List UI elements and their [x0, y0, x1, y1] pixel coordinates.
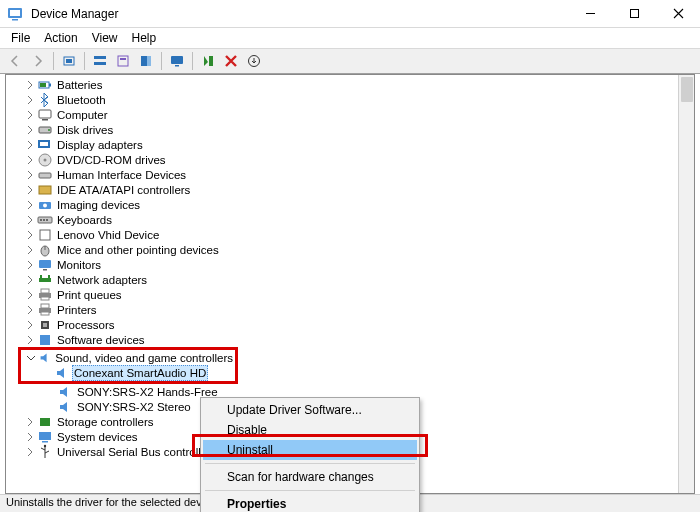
forward-button[interactable] — [27, 50, 49, 72]
menu-file[interactable]: File — [4, 30, 37, 46]
chevron-right-icon[interactable] — [24, 244, 36, 256]
chevron-right-icon[interactable] — [24, 334, 36, 346]
svg-rect-1 — [10, 10, 20, 16]
chevron-down-icon[interactable] — [26, 352, 36, 364]
ctx-properties[interactable]: Properties — [203, 494, 417, 512]
chevron-right-icon[interactable] — [24, 169, 36, 181]
properties-button[interactable] — [112, 50, 134, 72]
tree-item-lenovo-vhid[interactable]: Lenovo Vhid Device — [8, 227, 694, 242]
monitor-button[interactable] — [166, 50, 188, 72]
tree-item-network[interactable]: Network adapters — [8, 272, 694, 287]
tree-item-software-devices[interactable]: Software devices — [8, 332, 694, 347]
storage-icon — [37, 414, 53, 430]
help-button[interactable] — [135, 50, 157, 72]
svg-rect-28 — [39, 173, 51, 178]
svg-rect-53 — [40, 418, 50, 426]
chevron-right-icon[interactable] — [24, 289, 36, 301]
chevron-right-icon[interactable] — [24, 259, 36, 271]
tree-item-batteries[interactable]: Batteries — [8, 77, 694, 92]
chevron-right-icon[interactable] — [24, 199, 36, 211]
update-button[interactable] — [243, 50, 265, 72]
close-button[interactable] — [656, 0, 700, 28]
maximize-button[interactable] — [612, 0, 656, 28]
svg-rect-25 — [40, 142, 48, 146]
chevron-right-icon[interactable] — [24, 79, 36, 91]
tree-item-conexant[interactable]: Conexant SmartAudio HD — [39, 365, 235, 380]
tree-item-sound-controllers[interactable]: Sound, video and game controllers — [21, 350, 235, 365]
tree-item-ide[interactable]: IDE ATA/ATAPI controllers — [8, 182, 694, 197]
tree-item-hid[interactable]: Human Interface Devices — [8, 167, 694, 182]
ctx-disable[interactable]: Disable — [203, 420, 417, 440]
display-adapter-icon — [37, 137, 53, 153]
enable-button[interactable] — [197, 50, 219, 72]
menu-help[interactable]: Help — [125, 30, 164, 46]
chevron-right-icon[interactable] — [24, 184, 36, 196]
chevron-right-icon[interactable] — [24, 416, 36, 428]
chevron-right-icon[interactable] — [24, 274, 36, 286]
battery-icon — [37, 77, 53, 93]
minimize-button[interactable] — [568, 0, 612, 28]
menubar: File Action View Help — [0, 28, 700, 48]
chevron-right-icon[interactable] — [24, 109, 36, 121]
svg-point-23 — [48, 129, 50, 131]
svg-rect-9 — [118, 56, 128, 66]
app-icon — [7, 6, 23, 22]
menu-view[interactable]: View — [85, 30, 125, 46]
svg-rect-21 — [42, 119, 48, 121]
audio-icon — [57, 399, 73, 415]
tree-item-display-adapters[interactable]: Display adapters — [8, 137, 694, 152]
tree-item-processors[interactable]: Processors — [8, 317, 694, 332]
menu-separator — [205, 463, 415, 464]
svg-rect-52 — [40, 335, 50, 345]
svg-rect-54 — [39, 432, 51, 440]
ctx-update-driver[interactable]: Update Driver Software... — [203, 400, 417, 420]
tree-item-printers[interactable]: Printers — [8, 302, 694, 317]
svg-rect-55 — [42, 441, 48, 443]
svg-rect-2 — [12, 19, 18, 21]
tree-item-disk-drives[interactable]: Disk drives — [8, 122, 694, 137]
vertical-scrollbar[interactable] — [678, 75, 694, 493]
chevron-right-icon[interactable] — [24, 94, 36, 106]
chevron-right-icon[interactable] — [24, 124, 36, 136]
ctx-uninstall[interactable]: Uninstall — [203, 440, 417, 460]
back-button[interactable] — [4, 50, 26, 72]
show-hidden-button[interactable] — [58, 50, 80, 72]
toolbar-separator — [84, 52, 85, 70]
ctx-scan[interactable]: Scan for hardware changes — [203, 467, 417, 487]
uninstall-button[interactable] — [220, 50, 242, 72]
action1-button[interactable] — [89, 50, 111, 72]
svg-point-56 — [44, 444, 46, 446]
svg-rect-45 — [41, 289, 49, 293]
chevron-right-icon[interactable] — [24, 139, 36, 151]
disk-icon — [37, 122, 53, 138]
svg-rect-41 — [39, 278, 51, 282]
tree-item-computer[interactable]: Computer — [8, 107, 694, 122]
svg-rect-29 — [39, 186, 51, 194]
tree-item-imaging[interactable]: Imaging devices — [8, 197, 694, 212]
menu-action[interactable]: Action — [37, 30, 84, 46]
cpu-icon — [37, 317, 53, 333]
window-title: Device Manager — [31, 7, 118, 21]
svg-point-31 — [43, 203, 47, 207]
tree-item-keyboards[interactable]: Keyboards — [8, 212, 694, 227]
tree-item-print-queues[interactable]: Print queues — [8, 287, 694, 302]
toolbar-separator — [53, 52, 54, 70]
svg-rect-13 — [171, 56, 183, 64]
keyboard-icon — [37, 212, 53, 228]
chevron-right-icon[interactable] — [24, 229, 36, 241]
tree-item-monitors[interactable]: Monitors — [8, 257, 694, 272]
tree-item-bluetooth[interactable]: Bluetooth — [8, 92, 694, 107]
svg-rect-34 — [43, 219, 45, 221]
chevron-right-icon[interactable] — [24, 319, 36, 331]
chevron-right-icon[interactable] — [24, 304, 36, 316]
tree-item-mice[interactable]: Mice and other pointing devices — [8, 242, 694, 257]
audio-icon — [38, 350, 52, 366]
chevron-right-icon[interactable] — [24, 446, 36, 458]
chevron-right-icon[interactable] — [24, 214, 36, 226]
chevron-right-icon[interactable] — [24, 154, 36, 166]
chevron-right-icon[interactable] — [24, 431, 36, 443]
printer-icon — [37, 302, 53, 318]
tree-item-dvd-drives[interactable]: DVD/CD-ROM drives — [8, 152, 694, 167]
bluetooth-icon — [37, 92, 53, 108]
printer-icon — [37, 287, 53, 303]
